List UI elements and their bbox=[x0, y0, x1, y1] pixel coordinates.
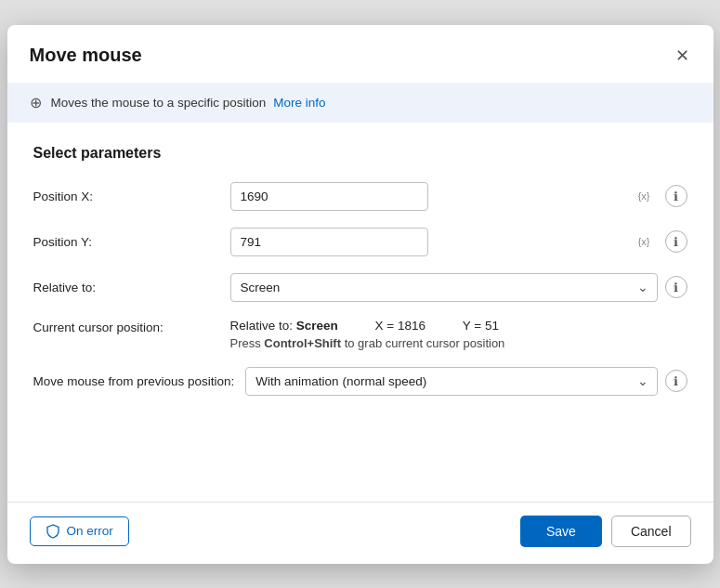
relative-to-input-group: Screen Window Element ⌄ ℹ bbox=[230, 273, 687, 302]
position-x-label: Position X: bbox=[33, 189, 219, 203]
move-mouse-from-row: Move mouse from previous position: With … bbox=[33, 367, 687, 396]
position-x-input[interactable] bbox=[230, 182, 428, 211]
cursor-hint-keys: Control+Shift bbox=[264, 336, 341, 350]
mouse-pointer-icon: ⊕ bbox=[30, 94, 42, 111]
move-mouse-from-info-button[interactable]: ℹ bbox=[665, 370, 687, 392]
relative-to-row: Relative to: Screen Window Element ⌄ ℹ bbox=[33, 273, 687, 302]
position-x-row: Position X: {x} ℹ bbox=[33, 182, 687, 211]
position-x-input-group: {x} ℹ bbox=[230, 182, 687, 211]
more-info-link[interactable]: More info bbox=[273, 96, 325, 110]
dialog-title: Move mouse bbox=[30, 45, 142, 66]
move-mouse-dialog: Move mouse ✕ ⊕ Moves the mouse to a spec… bbox=[7, 25, 713, 564]
position-y-info-button[interactable]: ℹ bbox=[665, 230, 687, 253]
save-button[interactable]: Save bbox=[520, 516, 602, 547]
move-mouse-from-label: Move mouse from previous position: bbox=[33, 374, 235, 388]
position-y-input[interactable] bbox=[230, 228, 428, 256]
dialog-header: Move mouse ✕ bbox=[7, 25, 713, 83]
cursor-relative-value: Screen bbox=[296, 319, 338, 333]
position-x-info-button[interactable]: ℹ bbox=[665, 185, 687, 207]
position-x-input-wrapper: {x} bbox=[230, 182, 658, 211]
move-mouse-from-select[interactable]: With animation (normal speed) Without an… bbox=[245, 367, 657, 396]
position-y-label: Position Y: bbox=[33, 235, 219, 249]
on-error-button[interactable]: On error bbox=[30, 516, 129, 546]
dialog-body: Select parameters Position X: {x} ℹ Posi… bbox=[7, 123, 713, 494]
relative-to-select-wrapper: Screen Window Element ⌄ bbox=[230, 273, 658, 302]
position-y-input-wrapper: {x} bbox=[230, 228, 658, 256]
section-title: Select parameters bbox=[33, 145, 687, 162]
cursor-position-hint: Press Control+Shift to grab current curs… bbox=[230, 336, 687, 350]
cursor-position-row: Current cursor position: Relative to: Sc… bbox=[33, 319, 687, 350]
relative-to-label: Relative to: bbox=[33, 281, 219, 294]
close-button[interactable]: ✕ bbox=[670, 42, 695, 70]
cursor-position-label: Current cursor position: bbox=[33, 319, 219, 334]
move-mouse-from-select-wrapper: With animation (normal speed) Without an… bbox=[245, 367, 657, 396]
cursor-position-details: Relative to: Screen X = 1816 Y = 51 Pres… bbox=[230, 319, 687, 350]
move-mouse-from-input-group: With animation (normal speed) Without an… bbox=[245, 367, 687, 396]
relative-to-info-button[interactable]: ℹ bbox=[665, 276, 687, 298]
position-y-row: Position Y: {x} ℹ bbox=[33, 228, 687, 256]
cancel-button[interactable]: Cancel bbox=[611, 516, 691, 547]
footer-right-buttons: Save Cancel bbox=[520, 516, 691, 547]
info-banner: ⊕ Moves the mouse to a specific position… bbox=[7, 83, 713, 123]
position-x-clear: {x} bbox=[638, 190, 650, 202]
position-y-input-group: {x} ℹ bbox=[230, 228, 687, 256]
info-banner-text: Moves the mouse to a specific position M… bbox=[51, 96, 326, 110]
cursor-position-line1: Relative to: Screen X = 1816 Y = 51 bbox=[230, 319, 687, 333]
position-y-clear: {x} bbox=[638, 236, 650, 247]
relative-to-select[interactable]: Screen Window Element bbox=[230, 273, 658, 302]
shield-icon bbox=[46, 524, 60, 539]
dialog-footer: On error Save Cancel bbox=[7, 502, 713, 564]
